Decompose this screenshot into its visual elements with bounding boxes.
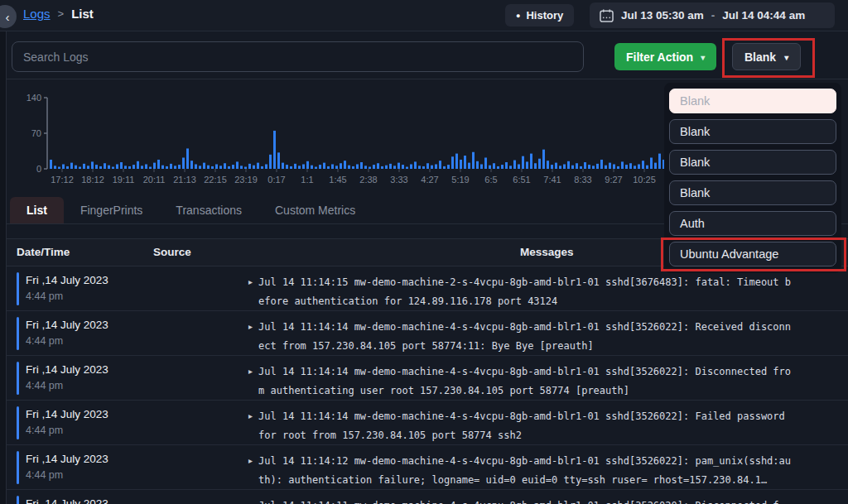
log-time: 4:44 pm [26,335,63,347]
log-date: Fri ,14 July 2023 [26,408,108,420]
log-date: Fri ,14 July 2023 [26,453,108,465]
dropdown-option-blank-1[interactable]: Blank [669,89,836,113]
log-volume-chart: 07014017:1218:1219:1120:1121:1322:1523:1… [8,86,712,190]
svg-text:6:51: 6:51 [513,175,530,185]
top-bar: ‹ Logs > List ● History Jul 13 05:30 am … [0,0,848,31]
dropdown-option-auth[interactable]: Auth [669,211,836,236]
filter-action-button[interactable]: Filter Action ▾ [614,43,716,70]
severity-bar [17,496,19,504]
chevron-down-icon: ▾ [701,54,705,62]
svg-text:18:12: 18:12 [81,175,104,185]
breadcrumb: Logs > List [23,7,94,21]
log-message: Jul 14 11:14:11 mw-demo-machine-4-s-4vcp… [258,497,795,504]
tab-list[interactable]: List [10,197,64,223]
expand-arrow-icon[interactable]: ▸ [248,362,253,400]
date-range-separator: - [711,9,716,22]
log-date: Fri ,14 July 2023 [26,274,108,286]
toolbar: Filter Action ▾ Blank ▾ [0,31,848,79]
log-time: 4:44 pm [26,290,63,302]
breadcrumb-current: List [71,7,94,21]
dropdown-option-blank-4[interactable]: Blank [669,180,836,205]
history-label: History [526,9,563,22]
expand-arrow-icon[interactable]: ▸ [248,407,253,444]
svg-text:9:27: 9:27 [605,175,622,185]
log-message: Jul 14 11:14:14 mw-demo-machine-4-s-4vcp… [258,318,795,355]
breadcrumb-separator: > [58,7,65,20]
log-time: 4:44 pm [26,380,63,391]
svg-text:6:5: 6:5 [484,175,497,185]
svg-text:4:27: 4:27 [421,175,438,185]
filter-action-label: Filter Action [626,50,693,64]
log-volume-chart-svg: 07014017:1218:1219:1120:1121:1322:1523:1… [8,86,712,190]
table-row[interactable]: Fri ,14 July 2023 4:44 pm ▸ Jul 14 11:14… [0,311,848,356]
svg-text:19:11: 19:11 [113,175,135,185]
logs-page: ‹ Logs > List ● History Jul 13 05:30 am … [0,0,848,504]
svg-text:22:15: 22:15 [204,175,227,185]
calendar-icon [600,9,614,22]
column-header-messages: Messages [520,246,574,258]
tab-transactions[interactable]: Transactions [159,197,258,223]
log-table-body: Fri ,14 July 2023 4:44 pm ▸ Jul 14 11:14… [0,266,848,504]
svg-text:0:17: 0:17 [267,175,285,185]
date-range-end: Jul 14 04:44 am [722,9,805,22]
svg-text:10:25: 10:25 [633,175,656,185]
severity-bar [17,272,19,305]
expand-arrow-icon[interactable]: ▸ [248,497,253,504]
tab-fingerprints[interactable]: FingerPrints [64,197,159,223]
log-message: Jul 14 11:14:14 mw-demo-machine-4-s-4vcp… [258,362,795,400]
severity-bar [17,451,19,484]
view-selector-label: Blank [744,50,776,64]
svg-text:140: 140 [26,93,41,103]
history-button[interactable]: ● History [505,4,574,26]
chevron-down-icon: ▾ [784,54,788,62]
table-row[interactable]: Fri ,14 July 2023 4:44 pm ▸ Jul 14 11:14… [0,401,848,445]
svg-text:1:1: 1:1 [301,175,313,185]
expand-arrow-icon[interactable]: ▸ [248,452,253,489]
back-button[interactable]: ‹ [0,5,17,28]
svg-text:8:33: 8:33 [574,175,591,185]
log-date: Fri ,14 July 2023 [26,319,108,331]
log-date: Fri ,14 July 2023 [26,497,108,504]
log-date: Fri ,14 July 2023 [26,363,108,376]
collapsed-sidebar-edge [0,0,7,504]
expand-arrow-icon[interactable]: ▸ [248,318,253,355]
search-input[interactable] [12,41,584,72]
severity-bar [17,362,19,395]
svg-text:7:41: 7:41 [543,175,561,185]
table-row[interactable]: Fri ,14 July 2023 4:44 pm ▸ Jul 14 11:14… [0,266,848,311]
log-message: Jul 14 11:14:14 mw-demo-machine-4-s-4vcp… [258,407,795,444]
svg-text:17:12: 17:12 [51,175,74,185]
table-row[interactable]: Fri ,14 July 2023 4:44 pm ▸ Jul 14 11:14… [0,356,848,401]
svg-text:23:19: 23:19 [234,175,258,185]
breadcrumb-logs-link[interactable]: Logs [23,7,51,21]
svg-text:70: 70 [31,128,41,138]
column-header-source: Source [153,246,191,258]
svg-text:0: 0 [36,164,41,174]
severity-bar [17,317,19,350]
tab-custom-metrics[interactable]: Custom Metrics [258,197,372,223]
column-header-datetime: Date/Time [17,246,70,258]
date-range-start: Jul 13 05:30 am [621,9,704,22]
dropdown-option-blank-2[interactable]: Blank [669,119,836,144]
table-row[interactable]: Fri ,14 July 2023 ▸ Jul 14 11:14:11 mw-d… [0,490,848,504]
svg-text:5:19: 5:19 [451,175,469,185]
svg-text:2:38: 2:38 [359,175,377,185]
log-time: 4:44 pm [26,425,63,436]
log-message: Jul 14 11:14:12 mw-demo-machine-4-s-4vcp… [258,452,795,489]
view-selector-button[interactable]: Blank ▾ [732,43,801,70]
log-time: 4:44 pm [26,469,63,481]
svg-text:3:33: 3:33 [390,175,407,185]
dropdown-option-blank-3[interactable]: Blank [669,150,836,175]
table-row[interactable]: Fri ,14 July 2023 4:44 pm ▸ Jul 14 11:14… [0,445,848,490]
svg-text:21:13: 21:13 [173,175,196,185]
view-selector-dropdown: Blank Blank Blank Blank Auth Ubuntu Adva… [664,83,841,273]
svg-text:20:11: 20:11 [143,175,166,185]
history-dot-icon: ● [516,12,520,20]
date-range-picker[interactable]: Jul 13 05:30 am - Jul 14 04:44 am [590,2,835,28]
svg-text:1:45: 1:45 [329,175,346,185]
severity-bar [17,406,19,439]
dropdown-option-ubuntu-advantage[interactable]: Ubuntu Advantage [669,242,836,266]
log-message: Jul 14 11:14:15 mw-demo-machine-2-s-4vcp… [258,273,795,310]
expand-arrow-icon[interactable]: ▸ [248,273,253,310]
back-chevron-icon: ‹ [6,10,10,24]
